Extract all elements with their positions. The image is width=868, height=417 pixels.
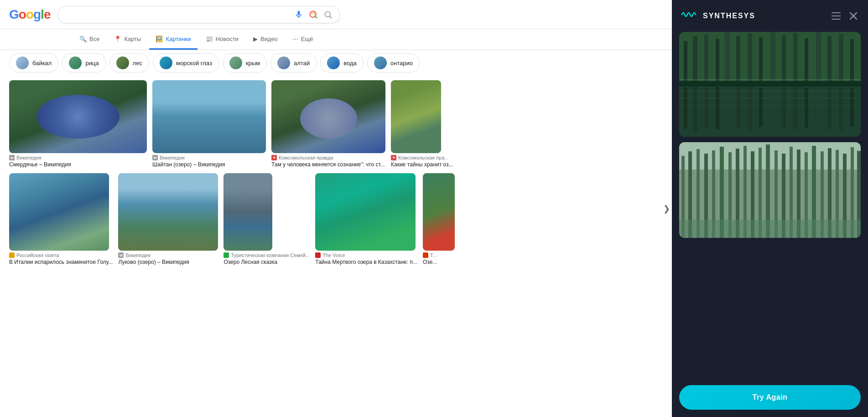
list-item[interactable]: Т... Озе... — [423, 173, 455, 265]
try-again-button[interactable]: Try Again — [679, 385, 861, 410]
chip-label-krym: крым — [246, 60, 260, 67]
svg-rect-42 — [816, 87, 821, 131]
tab-esche-label: Ещё — [301, 36, 313, 42]
image-smerdyachee — [9, 80, 147, 153]
list-item[interactable]: W Википедия Шайтан (озеро) – Википедия — [152, 80, 266, 168]
source-name-lesnaya: Туристическая компания Семей... — [231, 252, 310, 258]
svg-rect-23 — [805, 38, 808, 82]
list-item[interactable]: ★ Комсомольская пра... Какие тайны храни… — [391, 80, 453, 168]
source-italy: Российская газета — [9, 252, 113, 258]
tab-esche[interactable]: ⋯ Ещё — [286, 29, 320, 50]
tab-kartinki[interactable]: 🖼️ Картинки — [149, 29, 197, 50]
svg-rect-37 — [759, 88, 763, 127]
svg-rect-28 — [679, 81, 861, 88]
svg-rect-27 — [850, 39, 854, 82]
svg-line-1 — [315, 16, 317, 18]
synthesys-name-label: SYNTHESYS — [703, 12, 755, 20]
synthesys-close-button[interactable] — [848, 10, 859, 21]
google-logo[interactable]: Google — [9, 7, 50, 22]
source-name-mertvoe: The Voice — [322, 252, 345, 258]
source-lukovo: W Википедия — [118, 252, 218, 258]
chip-ritsa[interactable]: рица — [62, 53, 105, 72]
tab-karty-label: Карты — [124, 36, 141, 42]
synthesys-image-card-1[interactable] — [679, 32, 861, 137]
synthesys-menu-button[interactable] — [830, 10, 842, 21]
tab-novosti-label: Новости — [216, 36, 239, 42]
list-item[interactable]: The Voice Тайна Мертвого озера в Казахст… — [315, 173, 417, 265]
source-name-italy: Российская газета — [16, 252, 59, 258]
vse-icon: 🔍 — [79, 36, 87, 42]
list-item[interactable]: Российская газета В Италии испарилось зн… — [9, 173, 113, 265]
wiki-favicon: W — [9, 155, 15, 160]
image-shaytan — [152, 80, 266, 153]
svg-rect-40 — [793, 87, 798, 129]
image-lukovo — [118, 173, 218, 251]
svg-rect-26 — [839, 34, 843, 82]
source-name-smerdyachee: Википедия — [16, 155, 42, 160]
chip-morskoy[interactable]: морской глаз — [153, 53, 219, 72]
svg-rect-41 — [805, 88, 808, 128]
tab-novosti[interactable]: 📰 Новости — [199, 29, 245, 50]
synthesys-logo: SYNTHESYS — [681, 8, 755, 24]
source-name-oze: Т... — [430, 252, 437, 258]
title-lesnaya: Озеро Лесная сказка — [223, 259, 310, 265]
chip-thumb-ontario — [374, 57, 387, 69]
list-item[interactable]: Туристическая компания Семей... Озеро Ле… — [223, 173, 310, 265]
synthesys-header: SYNTHESYS — [672, 0, 868, 32]
svg-rect-14 — [704, 34, 708, 82]
title-smerdyachee: Смердячье – Википедия — [9, 161, 137, 168]
svg-rect-22 — [793, 33, 798, 82]
search-bar: озеро — [57, 6, 340, 23]
svg-rect-24 — [816, 32, 821, 82]
chip-voda[interactable]: вода — [320, 53, 364, 72]
title-mertvoe: Тайна Мертвого озера в Казахстане: п... — [315, 259, 417, 265]
kp-favicon2: ★ — [391, 155, 396, 160]
svg-rect-20 — [770, 32, 775, 82]
chip-baikal[interactable]: байкал — [9, 53, 58, 72]
image-italy — [9, 173, 109, 251]
lens-icon[interactable] — [309, 10, 318, 19]
chip-label-voda: вода — [343, 60, 357, 67]
chip-altay[interactable]: алтай — [270, 53, 317, 72]
microphone-icon[interactable] — [294, 10, 303, 19]
source-name-tam: Комсомольская правда — [279, 155, 333, 160]
voice-favicon — [315, 252, 321, 258]
search-icon[interactable] — [323, 10, 333, 19]
image-mertvoe — [315, 173, 416, 251]
source-name-shaytan: Википедия — [160, 155, 185, 160]
search-input[interactable]: озеро — [65, 10, 289, 19]
chip-thumb-altay — [277, 57, 290, 69]
list-item[interactable]: ★ Комсомольская правда Там у человека ме… — [271, 80, 385, 168]
tab-kartinki-label: Картинки — [166, 36, 191, 42]
svg-rect-43 — [827, 88, 832, 129]
source-lesnaya: Туристическая компания Семей... — [223, 252, 310, 258]
svg-rect-6 — [832, 15, 841, 16]
svg-rect-33 — [716, 87, 719, 129]
panel-collapse-button[interactable]: ❯ — [661, 198, 672, 220]
svg-rect-18 — [748, 33, 752, 82]
svg-rect-15 — [716, 39, 719, 82]
chip-label-ontario: онтарио — [390, 60, 413, 67]
synthesys-wave-icon — [681, 8, 697, 24]
chip-krym[interactable]: крым — [223, 53, 267, 72]
tab-karty[interactable]: 📍 Карты — [108, 29, 147, 50]
tab-video[interactable]: ▶ Видео — [247, 29, 284, 50]
chip-thumb-ritsa — [69, 57, 82, 69]
title-shaytan: Шайтан (озеро) – Википедия — [152, 161, 266, 168]
tab-video-label: Видео — [260, 36, 278, 42]
chip-ontario[interactable]: онтарио — [367, 53, 420, 72]
image-icon: 🖼️ — [156, 36, 163, 42]
svg-rect-31 — [693, 87, 697, 132]
svg-rect-19 — [759, 37, 763, 82]
list-item[interactable]: W Википедия Луково (озеро) – Википедия — [118, 173, 218, 265]
svg-rect-25 — [827, 36, 832, 82]
tab-vse[interactable]: 🔍 Все — [73, 29, 106, 50]
source-shaytan: W Википедия — [152, 155, 266, 160]
chip-les[interactable]: лес — [109, 53, 149, 72]
synthesys-image-card-2[interactable] — [679, 142, 861, 238]
t-favicon — [423, 252, 428, 258]
list-item[interactable]: W Википедия Смердячье – Википедия — [9, 80, 147, 168]
svg-rect-5 — [832, 12, 841, 13]
svg-rect-21 — [782, 35, 786, 82]
synthesys-image-gallery — [672, 32, 868, 378]
